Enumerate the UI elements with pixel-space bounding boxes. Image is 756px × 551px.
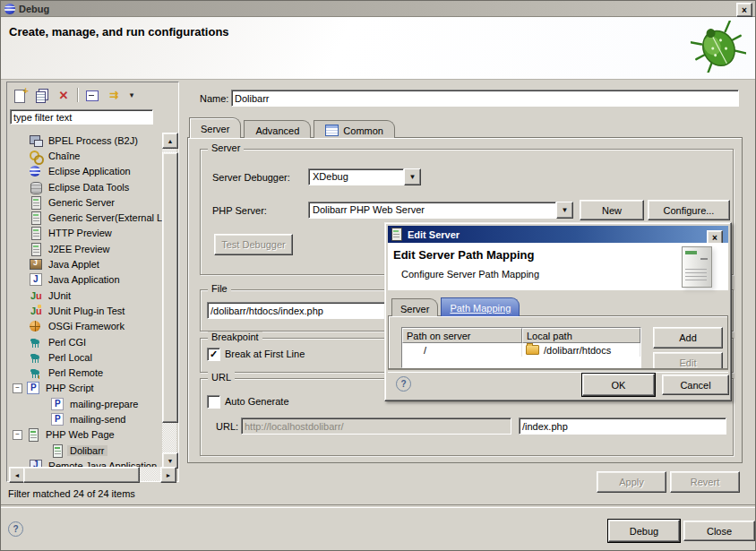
dialog-heading: Edit Server Path Mapping <box>393 248 534 262</box>
eclipse-icon <box>29 164 43 178</box>
base-url-input <box>241 418 511 435</box>
tree-item-generic-server[interactable]: Generic Server <box>9 194 162 210</box>
banner-heading: Create, manage, and run configurations <box>9 25 229 39</box>
table-row[interactable]: //dolibarr/htdocs <box>402 343 640 357</box>
scroll-right-button[interactable]: ► <box>160 467 176 483</box>
filter-icon[interactable]: ⇉ <box>106 88 122 103</box>
window-titlebar: Debug × <box>1 1 755 17</box>
tree-item-label: PHP Web Page <box>43 429 117 440</box>
tree-item-bpel-process-b2j[interactable]: BPEL Process (B2J) <box>9 133 162 148</box>
collapse-toggle-icon[interactable]: − <box>13 430 22 440</box>
dialog-subheading: Configure Server Path Mapping <box>401 269 539 280</box>
server-debugger-label: Server Debugger: <box>212 172 290 183</box>
dialog-tab-server[interactable]: Server <box>391 298 438 316</box>
tree-item-label: Eclipse Data Tools <box>46 182 132 193</box>
duplicate-configuration-icon[interactable] <box>34 88 50 103</box>
ok-button[interactable]: OK <box>582 374 655 396</box>
tree-item-http-preview[interactable]: HTTP Preview <box>9 226 162 241</box>
tree-item-mailing-prepare[interactable]: mailing-prepare <box>9 396 162 411</box>
tree-item-eclipse-application[interactable]: Eclipse Application <box>9 164 162 179</box>
cancel-button[interactable]: Cancel <box>662 375 729 395</box>
perl-icon <box>29 335 43 349</box>
dialog-tab-path-mapping[interactable]: Path Mapping <box>441 297 520 316</box>
chain-icon <box>29 149 43 163</box>
delete-configuration-icon[interactable]: ✕ <box>56 88 72 103</box>
scroll-up-button[interactable]: ▲ <box>162 133 178 149</box>
server-debugger-combo[interactable]: XDebug ▼ <box>308 168 421 185</box>
vertical-scroll-thumb[interactable] <box>162 152 178 423</box>
tree-item-mailing-send[interactable]: mailing-send <box>9 411 162 426</box>
help-icon[interactable]: ? <box>8 521 23 537</box>
php-server-combo[interactable]: Dolibarr PHP Web Server ▼ <box>308 202 573 219</box>
phpf-icon <box>50 412 64 426</box>
window-close-button[interactable]: × <box>736 3 752 17</box>
url-path-input[interactable] <box>519 418 726 435</box>
tree-item-php-web-page[interactable]: −PHP Web Page <box>9 427 162 443</box>
dialog-help-icon[interactable]: ? <box>396 376 411 392</box>
footer-separator <box>1 504 756 508</box>
tree-item-java-application[interactable]: Java Application <box>9 272 162 288</box>
close-button[interactable]: Close <box>683 521 755 541</box>
debug-button[interactable]: Debug <box>608 520 680 542</box>
tab-label: Common <box>343 125 383 136</box>
tree-item-generic-server-external-la[interactable]: Generic Server(External La <box>9 210 162 225</box>
toolbar-menu-arrow-icon[interactable]: ▾ <box>127 88 136 103</box>
new-configuration-icon[interactable] <box>13 88 29 103</box>
chevron-down-icon[interactable]: ▼ <box>404 168 421 185</box>
column-path-on-server[interactable]: Path on server <box>402 328 522 343</box>
tree-item-perl-local[interactable]: Perl Local <box>9 349 162 365</box>
phps-icon <box>26 381 40 395</box>
cell-local-path: /dolibarr/htdocs <box>544 345 611 356</box>
configure-server-button[interactable]: Configure... <box>648 200 730 220</box>
tree-item-junit[interactable]: JUnit <box>9 288 162 303</box>
url-group-legend: URL <box>208 372 235 383</box>
perl-icon <box>29 350 43 365</box>
tree-item-label: BPEL Process (B2J) <box>46 135 141 146</box>
configuration-tree: BPEL Process (B2J)ChaîneEclipse Applicat… <box>9 133 162 467</box>
configuration-tabs: ServerAdvancedCommon <box>189 118 398 138</box>
tree-item-junit-plug-in-test[interactable]: JUnit Plug-in Test <box>9 303 162 318</box>
test-debugger-button[interactable]: Test Debugger <box>214 234 293 255</box>
tree-item-perl-remote[interactable]: Perl Remote <box>9 365 162 380</box>
tree-item-osgi-framework[interactable]: OSGi Framework <box>9 319 162 334</box>
name-input[interactable] <box>231 90 739 107</box>
break-first-line-checkbox[interactable]: ✓ <box>207 348 220 361</box>
server-icon <box>29 195 43 210</box>
toolbar-separator <box>77 88 79 102</box>
tree-item-remote-java-application[interactable]: Remote Java Application <box>9 458 162 467</box>
apply-button[interactable]: Apply <box>597 471 666 493</box>
edit-mapping-button[interactable]: Edit <box>653 352 723 369</box>
auto-generate-checkbox[interactable] <box>207 395 220 409</box>
add-mapping-button[interactable]: Add <box>653 327 723 349</box>
tree-item-label: Dolibarr <box>67 445 107 456</box>
tab-server[interactable]: Server <box>189 117 241 138</box>
revert-button[interactable]: Revert <box>670 471 740 493</box>
window-title: Debug <box>19 4 49 14</box>
filter-input[interactable] <box>10 109 153 125</box>
tree-item-eclipse-data-tools[interactable]: Eclipse Data Tools <box>9 179 162 194</box>
collapse-all-icon[interactable] <box>84 88 100 103</box>
tab-label: Server <box>400 304 429 314</box>
chevron-down-icon[interactable]: ▼ <box>556 202 573 219</box>
sidebar-toolbar: ✕⇉▾ <box>9 84 136 106</box>
horizontal-scroll-thumb[interactable] <box>23 467 140 483</box>
tree-item-java-applet[interactable]: Java Applet <box>9 256 162 271</box>
auto-generate-label: Auto Generate <box>225 396 289 407</box>
column-local-path[interactable]: Local path <box>522 328 640 343</box>
junitp-icon <box>29 304 43 318</box>
tree-item-cha-ne[interactable]: Chaîne <box>9 148 162 163</box>
tab-common[interactable]: Common <box>314 120 395 138</box>
tree-item-j2ee-preview[interactable]: J2EE Preview <box>9 241 162 256</box>
collapse-toggle-icon[interactable]: − <box>13 383 22 393</box>
webpage-icon <box>50 443 64 458</box>
tree-item-label: Eclipse Application <box>46 166 133 176</box>
tree-item-dolibarr[interactable]: Dolibarr <box>9 443 162 458</box>
eclipse-logo-icon <box>4 4 15 14</box>
tree-item-label: Chaîne <box>46 151 82 161</box>
tree-item-php-script[interactable]: −PHP Script <box>9 381 162 396</box>
tree-item-label: Perl Remote <box>46 367 106 378</box>
new-server-button[interactable]: New <box>580 200 644 220</box>
tab-advanced[interactable]: Advanced <box>244 120 311 138</box>
tree-item-perl-cgi[interactable]: Perl CGI <box>9 334 162 349</box>
name-label: Name: <box>200 93 228 104</box>
